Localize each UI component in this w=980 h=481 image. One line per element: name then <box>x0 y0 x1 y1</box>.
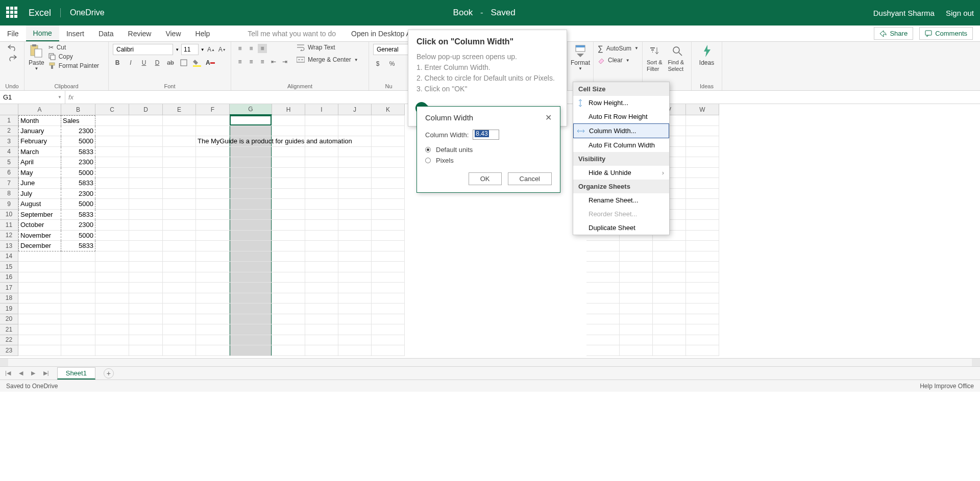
cell-C20[interactable] <box>95 314 129 325</box>
row-header-23[interactable]: 23 <box>0 345 18 356</box>
redo-icon[interactable] <box>8 54 17 61</box>
menu-duplicate-sheet[interactable]: Duplicate Sheet <box>573 221 669 235</box>
cell-H10[interactable] <box>272 210 305 220</box>
cell-G23[interactable] <box>230 345 272 356</box>
cell-T13[interactable] <box>586 241 620 251</box>
cell-V23[interactable] <box>653 345 686 356</box>
cell-W19[interactable] <box>686 303 719 314</box>
decrease-indent-icon[interactable]: ⇤ <box>269 57 278 66</box>
column-header-B[interactable]: B <box>61 104 95 115</box>
cell-W10[interactable] <box>686 210 719 220</box>
tab-review[interactable]: Review <box>121 26 159 41</box>
cell-U14[interactable] <box>620 251 653 262</box>
cell-D7[interactable] <box>129 178 163 189</box>
cell-D15[interactable] <box>129 262 163 272</box>
cell-C13[interactable] <box>95 241 129 251</box>
cell-K1[interactable] <box>372 115 405 126</box>
cell-W15[interactable] <box>686 262 719 272</box>
row-header-14[interactable]: 14 <box>0 251 18 262</box>
cell-K11[interactable] <box>372 220 405 231</box>
cell-D23[interactable] <box>129 345 163 356</box>
cell-C3[interactable] <box>95 136 129 147</box>
cell-B5[interactable]: 2300 <box>61 157 95 168</box>
cell-V20[interactable] <box>653 314 686 325</box>
cell-T16[interactable] <box>586 272 620 283</box>
align-bottom-icon[interactable]: ≡ <box>258 44 267 53</box>
cell-B3[interactable]: 5000 <box>61 136 95 147</box>
user-name[interactable]: Dushyant Sharma <box>873 9 935 17</box>
cell-A5[interactable]: April <box>18 157 61 168</box>
cell-I12[interactable] <box>305 231 338 241</box>
cell-K22[interactable] <box>372 335 405 346</box>
cell-G5[interactable] <box>230 157 272 168</box>
cell-E18[interactable] <box>163 293 196 304</box>
cell-F7[interactable] <box>196 178 230 189</box>
cell-G7[interactable] <box>230 178 272 189</box>
cell-W1[interactable] <box>686 115 719 126</box>
cell-U13[interactable] <box>620 241 653 251</box>
cell-B18[interactable] <box>61 293 95 304</box>
onedrive-link[interactable]: OneDrive <box>60 8 105 17</box>
cell-A20[interactable] <box>18 314 61 325</box>
cell-F6[interactable] <box>196 168 230 179</box>
cell-D18[interactable] <box>129 293 163 304</box>
cell-I2[interactable] <box>305 126 338 137</box>
close-icon[interactable]: ✕ <box>545 113 552 122</box>
cell-E22[interactable] <box>163 335 196 346</box>
cell-E9[interactable] <box>163 199 196 210</box>
tab-data[interactable]: Data <box>91 26 121 41</box>
cell-H21[interactable] <box>272 324 305 335</box>
column-header-D[interactable]: D <box>129 104 163 115</box>
row-header-5[interactable]: 5 <box>0 157 18 168</box>
cell-J19[interactable] <box>338 303 372 314</box>
cell-K15[interactable] <box>372 262 405 272</box>
cell-K14[interactable] <box>372 251 405 262</box>
cell-W8[interactable] <box>686 189 719 199</box>
column-header-A[interactable]: A <box>18 104 61 115</box>
cell-H22[interactable] <box>272 335 305 346</box>
copy-button[interactable]: Copy <box>48 53 99 60</box>
cell-H6[interactable] <box>272 168 305 179</box>
cell-K13[interactable] <box>372 241 405 251</box>
cell-B13[interactable]: 5833 <box>61 241 95 251</box>
cell-F1[interactable] <box>196 115 230 126</box>
italic-button[interactable]: I <box>126 58 135 67</box>
cell-D11[interactable] <box>129 220 163 231</box>
cell-G12[interactable] <box>230 231 272 241</box>
paste-button[interactable]: Paste▼ <box>29 44 44 71</box>
cell-T23[interactable] <box>586 345 620 356</box>
cell-K12[interactable] <box>372 231 405 241</box>
cell-W11[interactable] <box>686 220 719 231</box>
cell-K2[interactable] <box>372 126 405 137</box>
cell-J6[interactable] <box>338 168 372 179</box>
cell-A16[interactable] <box>18 272 61 283</box>
row-header-3[interactable]: 3 <box>0 136 18 147</box>
share-button[interactable]: Share <box>874 27 913 40</box>
cell-C22[interactable] <box>95 335 129 346</box>
cell-T15[interactable] <box>586 262 620 272</box>
cell-F11[interactable] <box>196 220 230 231</box>
cell-A1[interactable]: Month <box>18 115 61 126</box>
cell-B22[interactable] <box>61 335 95 346</box>
cell-K19[interactable] <box>372 303 405 314</box>
cell-E7[interactable] <box>163 178 196 189</box>
strike-button[interactable]: ab <box>166 58 175 67</box>
cell-J22[interactable] <box>338 335 372 346</box>
cut-button[interactable]: ✂Cut <box>48 44 99 51</box>
cell-A6[interactable]: May <box>18 168 61 179</box>
cell-B20[interactable] <box>61 314 95 325</box>
cell-I18[interactable] <box>305 293 338 304</box>
cell-J4[interactable] <box>338 147 372 158</box>
wrap-text-button[interactable]: Wrap Text <box>297 44 358 51</box>
merge-button[interactable]: Merge & Center ▼ <box>297 56 358 63</box>
app-name[interactable]: Excel <box>29 8 51 18</box>
cell-H4[interactable] <box>272 147 305 158</box>
sheet-nav-last[interactable]: ▶| <box>43 370 49 376</box>
cell-U21[interactable] <box>620 324 653 335</box>
cell-A15[interactable] <box>18 262 61 272</box>
radio-default-units[interactable]: Default units <box>425 146 552 154</box>
column-header-J[interactable]: J <box>338 104 372 115</box>
cell-W5[interactable] <box>686 157 719 168</box>
add-sheet-button[interactable]: + <box>104 368 114 378</box>
row-header-21[interactable]: 21 <box>0 324 18 335</box>
